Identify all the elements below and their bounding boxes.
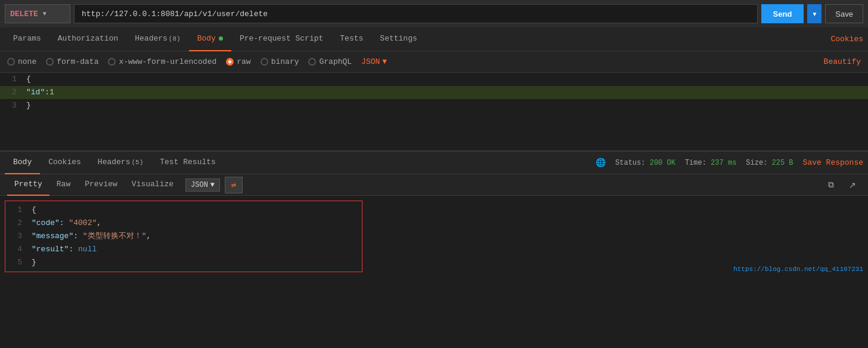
body-type-binary[interactable]: binary	[261, 57, 299, 66]
tab-headers[interactable]: Headers (8)	[126, 27, 188, 51]
code-line-2: 2 "id":1	[0, 86, 868, 99]
fmt-tab-pretty[interactable]: Pretty	[7, 174, 49, 196]
more-button[interactable]: ↗	[844, 177, 861, 193]
size-label: Size: 225 B	[746, 159, 793, 167]
body-type-graphql[interactable]: GraphQL	[308, 57, 352, 66]
wrap-icon: ⇌	[231, 180, 236, 190]
line-content: "id":1	[24, 86, 868, 99]
status-label: Status: 200 OK	[615, 159, 675, 167]
method-label: DELETE	[10, 10, 38, 19]
body-type-form-data[interactable]: form-data	[46, 57, 98, 66]
chevron-down-icon: ▼	[43, 11, 46, 17]
line-content: {	[24, 73, 868, 86]
json-key: "id"	[26, 88, 45, 97]
response-section: Body Cookies Headers (5) Test Results 🌐 …	[0, 150, 868, 277]
radio-none	[7, 58, 15, 66]
radio-graphql	[308, 58, 316, 66]
url-input[interactable]: http://127.0.0.1:8081/api/v1/user/delete	[74, 4, 758, 23]
json-format-dropdown[interactable]: JSON ▼	[361, 57, 387, 66]
line-content: {	[29, 204, 362, 217]
radio-urlencoded	[108, 58, 116, 66]
body-type-urlencoded[interactable]: x-www-form-urlencoded	[108, 57, 216, 66]
send-dropdown-button[interactable]: ▼	[807, 4, 822, 23]
resp-tab-headers[interactable]: Headers (5)	[89, 152, 151, 174]
line-number: 4	[5, 243, 29, 256]
tab-params[interactable]: Params	[5, 27, 49, 51]
resp-tab-cookies[interactable]: Cookies	[40, 152, 89, 174]
response-format-bar: Pretty Raw Preview Visualize JSON ▼ ⇌ ⧉ …	[0, 174, 868, 196]
tab-body[interactable]: Body	[189, 27, 231, 51]
request-body-editor[interactable]: 1 { 2 "id":1 3 }	[0, 73, 868, 150]
line-content: }	[24, 99, 868, 112]
radio-binary	[261, 58, 268, 66]
response-code-box: 1 { 2 "code": "4002", 3 "message": "类型转换…	[5, 201, 362, 272]
fmt-tab-raw[interactable]: Raw	[49, 174, 78, 196]
json-value: 1	[49, 88, 54, 97]
resp-headers-badge: (5)	[131, 159, 143, 166]
body-type-none[interactable]: none	[7, 57, 36, 66]
resp-tab-test-results[interactable]: Test Results	[151, 152, 224, 174]
globe-icon: 🌐	[596, 158, 606, 168]
beautify-button[interactable]: Beautify	[824, 57, 861, 66]
line-number: 1	[5, 204, 29, 217]
time-label: Time: 237 ms	[685, 159, 736, 167]
code-line-3: 3 }	[0, 99, 868, 112]
method-selector[interactable]: DELETE ▼	[5, 4, 70, 23]
headers-badge: (8)	[169, 35, 181, 42]
chevron-down-icon: ▼	[210, 181, 215, 189]
radio-form-data	[46, 58, 54, 66]
footer-url: https://blog.csdn.net/qq_41107231	[728, 261, 868, 277]
line-content: "message": "类型转换不对！",	[29, 230, 362, 243]
line-number: 3	[5, 230, 29, 243]
request-tab-nav: Params Authorization Headers (8) Body Pr…	[0, 27, 868, 51]
tab-pre-request[interactable]: Pre-request Script	[231, 27, 331, 51]
code-line-1: 1 {	[0, 73, 868, 86]
send-button[interactable]: Send	[761, 4, 804, 23]
save-response-button[interactable]: Save Response	[803, 158, 863, 167]
chevron-down-icon: ▼	[382, 57, 387, 66]
top-bar: DELETE ▼ http://127.0.0.1:8081/api/v1/us…	[0, 0, 868, 27]
fmt-tab-preview[interactable]: Preview	[78, 174, 125, 196]
resp-line-5: 5 }	[5, 256, 362, 269]
line-number: 5	[5, 256, 29, 269]
tab-settings[interactable]: Settings	[371, 27, 425, 51]
resp-line-3: 3 "message": "类型转换不对！",	[5, 230, 362, 243]
line-number: 3	[0, 99, 24, 112]
line-number: 2	[0, 86, 24, 99]
line-number: 1	[0, 73, 24, 86]
tab-tests[interactable]: Tests	[331, 27, 371, 51]
resp-line-2: 2 "code": "4002",	[5, 217, 362, 230]
cookies-link[interactable]: Cookies	[830, 35, 863, 44]
radio-raw	[226, 58, 234, 66]
time-value: 237 ms	[711, 159, 736, 167]
response-body-area: 1 { 2 "code": "4002", 3 "message": "类型转换…	[0, 196, 868, 277]
resp-line-4: 4 "result": null	[5, 243, 362, 256]
save-button[interactable]: Save	[825, 4, 863, 23]
body-type-raw[interactable]: raw	[226, 57, 250, 66]
response-status-area: 🌐 Status: 200 OK Time: 237 ms Size: 225 …	[596, 158, 863, 168]
response-format-dropdown[interactable]: JSON ▼	[185, 178, 220, 192]
status-value: 200 OK	[650, 159, 675, 167]
body-active-dot	[219, 36, 223, 41]
line-content: "code": "4002",	[29, 217, 362, 230]
line-content: }	[29, 256, 362, 269]
body-type-bar: none form-data x-www-form-urlencoded raw…	[0, 51, 868, 73]
response-actions: ⧉ ↗	[823, 177, 861, 193]
size-value: 225 B	[772, 159, 793, 167]
response-tab-bar: Body Cookies Headers (5) Test Results 🌐 …	[0, 152, 868, 174]
resp-line-1: 1 {	[5, 204, 362, 217]
resp-tab-body[interactable]: Body	[5, 152, 40, 174]
fmt-tab-visualize[interactable]: Visualize	[125, 174, 181, 196]
word-wrap-button[interactable]: ⇌	[225, 177, 243, 193]
line-content: "result": null	[29, 243, 362, 256]
copy-button[interactable]: ⧉	[823, 177, 839, 193]
tab-authorization[interactable]: Authorization	[49, 27, 126, 51]
line-number: 2	[5, 217, 29, 230]
